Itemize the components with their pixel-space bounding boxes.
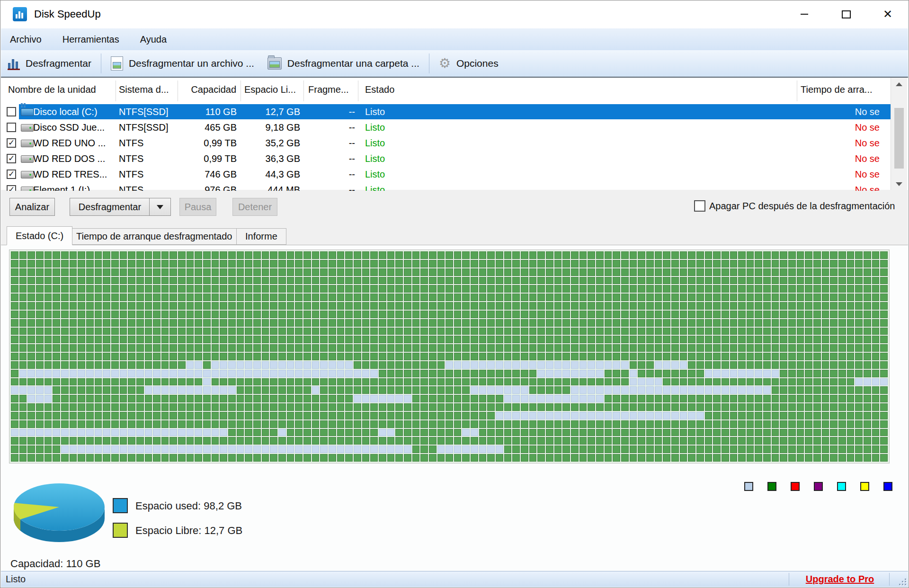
block-ok xyxy=(546,302,553,310)
column-header[interactable]: Sistema d... xyxy=(119,84,176,95)
block-ok xyxy=(337,403,345,411)
row-checkbox[interactable]: ✓ xyxy=(7,138,16,148)
menu-item-herramientas[interactable]: Herramientas xyxy=(55,29,126,50)
column-header[interactable]: Espacio Li... xyxy=(244,84,306,95)
tab-estado[interactable]: Estado (C:) xyxy=(7,226,72,245)
column-header[interactable]: Estado xyxy=(365,84,422,95)
row-checkbox[interactable]: ✓ xyxy=(7,185,16,191)
table-row[interactable]: ✓WD RED DOS ...NTFS0,99 TB36,3 GB--Listo… xyxy=(1,151,891,167)
block-ok xyxy=(103,260,110,267)
toolbar-separator xyxy=(101,53,101,73)
block-ok xyxy=(638,277,645,285)
cell-tiempo: No se xyxy=(801,104,880,120)
block-ok xyxy=(53,302,60,310)
stop-button[interactable]: Detener xyxy=(232,198,277,216)
block-ok xyxy=(797,260,804,267)
block-ok xyxy=(755,277,762,285)
block-ok xyxy=(504,370,512,377)
block-ok xyxy=(103,378,110,386)
block-ok xyxy=(579,403,587,411)
defrag-button[interactable]: Desfragmentar xyxy=(70,198,171,216)
close-button[interactable]: ✕ xyxy=(867,0,909,28)
tab-tiempo-arranque[interactable]: Tiempo de arranque desfragmentado xyxy=(67,228,241,245)
block-ok xyxy=(763,251,771,259)
row-checkbox[interactable]: ✓ xyxy=(7,169,16,179)
block-fragmented xyxy=(337,361,345,369)
analyze-button[interactable]: Analizar xyxy=(9,198,55,216)
block-fragmented xyxy=(103,429,110,437)
block-ok xyxy=(169,251,177,259)
column-header[interactable]: Capacidad xyxy=(181,84,236,95)
resize-grip-icon[interactable] xyxy=(899,578,907,586)
toolbar-options-button[interactable]: ⚙ Opciones xyxy=(432,52,505,75)
block-ok xyxy=(228,353,236,360)
block-ok xyxy=(496,378,503,386)
scroll-down-button[interactable] xyxy=(891,178,907,191)
block-ok xyxy=(646,395,654,402)
block-ok xyxy=(613,370,620,377)
block-ok xyxy=(412,319,420,327)
block-ok xyxy=(362,285,370,293)
table-row[interactable]: ✓WD RED UNO ...NTFS0,99 TB35,2 GB--Listo… xyxy=(1,135,891,151)
column-header[interactable]: Fragme... xyxy=(308,84,358,95)
block-ok xyxy=(646,370,654,377)
row-checkbox[interactable] xyxy=(7,123,16,132)
menu-item-archivo[interactable]: Archivo xyxy=(3,29,49,50)
toolbar-defrag-file-button[interactable]: Desfragmentar un archivo ... xyxy=(104,52,261,75)
toolbar-defrag-folder-button[interactable]: Desfragmentar una carpeta ... xyxy=(261,52,426,75)
block-ok xyxy=(262,344,269,352)
toolbar-defrag-button[interactable]: Desfragmentar xyxy=(1,52,98,75)
minimize-button[interactable] xyxy=(784,0,825,28)
block-fragmented xyxy=(95,429,102,437)
table-row[interactable]: Disco SSD Jue...NTFS[SSD]465 GB9,18 GB--… xyxy=(1,120,891,135)
column-header[interactable]: Nombre de la unidad xyxy=(8,84,117,95)
row-checkbox[interactable] xyxy=(7,107,16,116)
block-fragmented xyxy=(70,445,77,453)
shutdown-after-defrag-checkbox[interactable]: Apagar PC después de la desfragmentación xyxy=(694,200,895,212)
block-ok xyxy=(178,378,186,386)
block-ok xyxy=(738,395,746,402)
pause-button[interactable]: Pausa xyxy=(179,198,216,216)
tab-informe[interactable]: Informe xyxy=(236,228,286,245)
scroll-up-button[interactable] xyxy=(891,78,907,91)
column-header[interactable]: Tiempo de arra... xyxy=(801,84,881,95)
cell-estado: Listo xyxy=(365,182,460,191)
block-ok xyxy=(630,403,637,411)
block-ok xyxy=(838,429,846,437)
block-ok xyxy=(345,395,353,402)
scrollbar-thumb[interactable] xyxy=(894,108,904,169)
block-ok xyxy=(220,420,227,428)
block-ok xyxy=(454,395,462,402)
block-ok xyxy=(362,260,370,267)
block-ok xyxy=(763,294,771,301)
block-ok xyxy=(613,353,620,360)
maximize-button[interactable] xyxy=(825,0,867,28)
block-ok xyxy=(487,429,495,437)
block-ok xyxy=(78,395,85,402)
menu-item-ayuda[interactable]: Ayuda xyxy=(133,29,174,50)
upgrade-to-pro-link[interactable]: Upgrade to Pro xyxy=(793,571,887,587)
block-ok xyxy=(596,251,604,259)
row-checkbox[interactable]: ✓ xyxy=(7,154,16,163)
block-ok xyxy=(454,386,462,394)
block-ok xyxy=(738,311,746,318)
block-ok xyxy=(696,361,704,369)
defrag-dropdown-button[interactable] xyxy=(149,198,170,215)
block-fragmented xyxy=(521,386,528,394)
table-row[interactable]: Disco local (C:)NTFS[SSD]110 GB12,7 GB--… xyxy=(1,104,891,120)
block-ok xyxy=(161,251,169,259)
block-ok xyxy=(462,412,470,419)
block-ok xyxy=(420,386,428,394)
block-ok xyxy=(354,353,361,360)
block-ok xyxy=(880,420,888,428)
block-ok xyxy=(420,260,428,267)
block-ok xyxy=(120,311,127,318)
vertical-scrollbar[interactable] xyxy=(891,78,907,191)
block-ok xyxy=(53,277,60,285)
block-fragmented xyxy=(354,395,361,402)
block-ok xyxy=(45,353,52,360)
block-ok xyxy=(53,344,60,352)
table-row[interactable]: ✓WD RED TRES...NTFS746 GB44,3 GB--ListoN… xyxy=(1,167,891,182)
block-ok xyxy=(747,277,754,285)
block-ok xyxy=(805,386,812,394)
